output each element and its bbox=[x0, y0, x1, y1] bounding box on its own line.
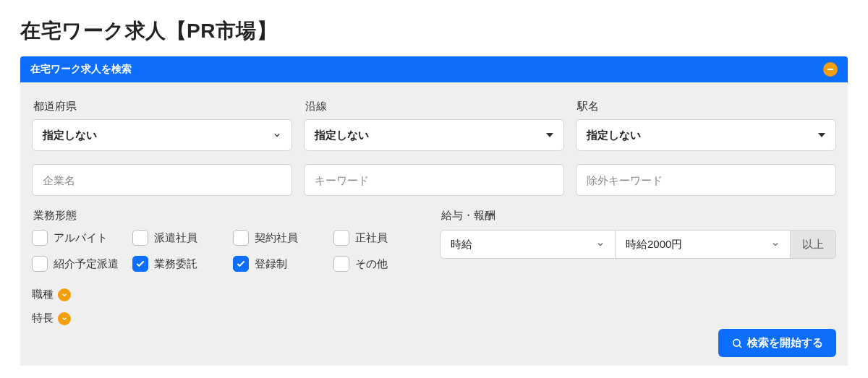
employment-checkbox-grid: アルバイト派遣社員契約社員正社員紹介予定派遣業務委託登録制その他 bbox=[32, 230, 428, 272]
prefecture-label: 都道府県 bbox=[32, 100, 292, 113]
salary-type-value: 時給 bbox=[451, 238, 596, 252]
salary-suffix: 以上 bbox=[791, 230, 836, 259]
job-type-expander[interactable]: 職種 bbox=[32, 288, 836, 301]
checkbox-label: 登録制 bbox=[255, 257, 287, 271]
page-title: 在宅ワーク求人【PR市場】 bbox=[20, 17, 848, 45]
chevron-down-icon bbox=[596, 240, 605, 249]
prefecture-select[interactable]: 指定しない bbox=[32, 119, 292, 151]
checkbox-box bbox=[233, 230, 249, 246]
checkbox-label: 派遣社員 bbox=[154, 231, 197, 245]
chevron-down-badge-icon bbox=[58, 288, 71, 301]
line-select[interactable]: 指定しない bbox=[304, 119, 564, 151]
checkbox-label: 業務委託 bbox=[154, 257, 197, 271]
salary-label: 給与・報酬 bbox=[440, 209, 836, 223]
station-select[interactable]: 指定しない bbox=[576, 119, 836, 151]
chevron-down-icon bbox=[273, 131, 281, 139]
employment-label: 業務形態 bbox=[32, 209, 428, 223]
checkbox-label: 正社員 bbox=[355, 231, 388, 245]
prefecture-value: 指定しない bbox=[43, 129, 273, 142]
checkbox-box bbox=[333, 256, 349, 272]
employment-checkbox[interactable]: 業務委託 bbox=[132, 256, 227, 272]
search-icon bbox=[731, 338, 743, 349]
chevron-down-icon bbox=[771, 240, 780, 249]
svg-line-1 bbox=[739, 345, 741, 348]
employment-checkbox[interactable]: 契約社員 bbox=[233, 230, 328, 246]
job-type-expander-label: 職種 bbox=[32, 288, 54, 301]
checkbox-label: その他 bbox=[355, 257, 388, 271]
employment-checkbox[interactable]: 派遣社員 bbox=[132, 230, 227, 246]
filter-row-3: 業務形態 アルバイト派遣社員契約社員正社員紹介予定派遣業務委託登録制その他 給与… bbox=[32, 209, 836, 272]
line-label: 沿線 bbox=[304, 100, 564, 113]
checkbox-label: 紹介予定派遣 bbox=[54, 257, 119, 271]
checkbox-label: アルバイト bbox=[54, 231, 108, 245]
features-expander[interactable]: 特長 bbox=[32, 312, 836, 325]
minus-icon bbox=[827, 69, 833, 70]
features-expander-label: 特長 bbox=[32, 312, 54, 325]
checkbox-box bbox=[32, 256, 48, 272]
caret-down-icon bbox=[818, 133, 825, 137]
panel-header: 在宅ワーク求人を検索 bbox=[20, 56, 848, 82]
salary-amount-select[interactable]: 時給2000円 bbox=[616, 230, 791, 259]
salary-type-select[interactable]: 時給 bbox=[440, 230, 616, 259]
checkbox-box bbox=[233, 256, 249, 272]
employment-checkbox[interactable]: アルバイト bbox=[32, 230, 127, 246]
salary-amount-value: 時給2000円 bbox=[626, 238, 771, 252]
station-value: 指定しない bbox=[587, 129, 818, 142]
keyword-input[interactable] bbox=[315, 174, 553, 186]
exclude-keyword-input[interactable] bbox=[587, 174, 825, 186]
checkbox-box bbox=[333, 230, 349, 246]
svg-point-0 bbox=[733, 339, 740, 345]
company-input-wrap bbox=[32, 164, 292, 196]
checkbox-box bbox=[32, 230, 48, 246]
employment-checkbox[interactable]: 正社員 bbox=[333, 230, 428, 246]
search-button-label: 検索を開始する bbox=[747, 336, 823, 350]
filter-row-2 bbox=[32, 164, 836, 196]
checkbox-label: 契約社員 bbox=[255, 231, 298, 245]
panel-body: 都道府県 指定しない 沿線 指定しない 駅名 bbox=[20, 82, 848, 366]
employment-checkbox[interactable]: 登録制 bbox=[233, 256, 328, 272]
chevron-down-badge-icon bbox=[58, 312, 71, 325]
salary-row: 時給 時給2000円 以上 bbox=[440, 230, 836, 259]
search-panel: 在宅ワーク求人を検索 都道府県 指定しない 沿線 bbox=[20, 56, 848, 366]
line-value: 指定しない bbox=[315, 129, 546, 142]
exclude-input-wrap bbox=[576, 164, 836, 196]
checkbox-box bbox=[132, 256, 148, 272]
checkbox-box bbox=[132, 230, 148, 246]
collapse-button[interactable] bbox=[823, 62, 838, 77]
keyword-input-wrap bbox=[304, 164, 564, 196]
employment-checkbox[interactable]: その他 bbox=[333, 256, 428, 272]
caret-down-icon bbox=[546, 133, 553, 137]
station-label: 駅名 bbox=[576, 100, 836, 113]
employment-checkbox[interactable]: 紹介予定派遣 bbox=[32, 256, 127, 272]
panel-header-title: 在宅ワーク求人を検索 bbox=[30, 63, 132, 76]
search-button[interactable]: 検索を開始する bbox=[718, 329, 836, 357]
company-input[interactable] bbox=[43, 174, 281, 186]
filter-row-1: 都道府県 指定しない 沿線 指定しない 駅名 bbox=[32, 100, 836, 151]
